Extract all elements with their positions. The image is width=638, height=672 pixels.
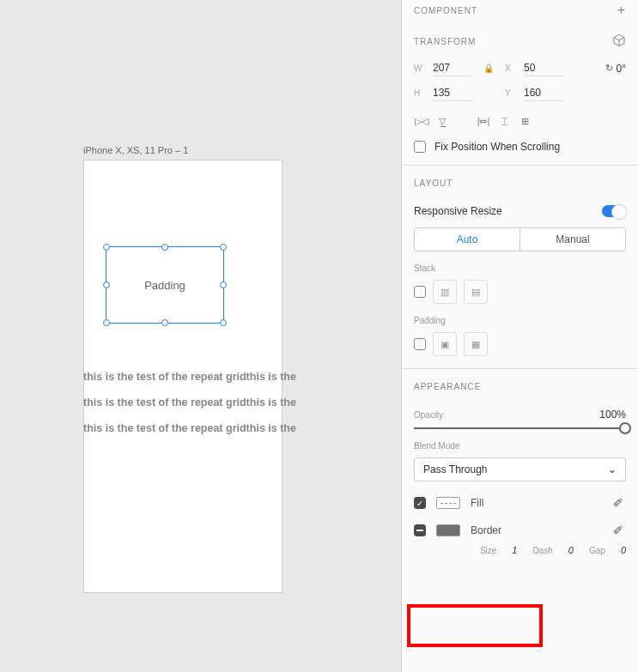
flip-horizontal-icon[interactable]: ▷◁ [414, 113, 429, 129]
canvas[interactable]: iPhone X, XS, 11 Pro – 1 Padding this is… [0, 0, 401, 672]
resize-handle-br[interactable] [220, 319, 227, 326]
fill-label: Fill [471, 497, 483, 509]
border-size-label: Size [480, 546, 496, 555]
flip-vertical-icon[interactable]: ▽̲ [434, 113, 450, 129]
resize-handle-bl[interactable] [103, 319, 110, 326]
border-gap-value[interactable]: 0 [621, 545, 626, 555]
align-icon-3[interactable]: ⊞ [517, 113, 532, 129]
chevron-down-icon: ⌄ [608, 463, 617, 475]
padding-separate-icon[interactable]: ▦ [464, 332, 488, 356]
height-input[interactable] [433, 85, 472, 101]
layout-section-title: LAYOUT [414, 179, 453, 188]
border-gap-label: Gap [589, 546, 605, 555]
add-component-icon[interactable]: + [617, 3, 626, 18]
fill-eyedropper-icon[interactable]: ✐ [613, 496, 623, 510]
border-dash-value[interactable]: 0 [568, 545, 574, 555]
border-checkbox[interactable] [414, 524, 426, 536]
repeat-grid-text: this is the test of the repeat gridthis … [83, 371, 307, 383]
y-label: Y [505, 88, 515, 98]
stack-label: Stack [414, 263, 626, 273]
rotate-icon[interactable]: ↻ [605, 63, 613, 74]
responsive-resize-toggle[interactable] [602, 205, 626, 217]
border-dash-label: Dash [532, 546, 552, 555]
resize-handle-tr[interactable] [220, 244, 227, 251]
component-section-title: COMPONENT [414, 6, 477, 15]
x-input[interactable] [524, 60, 563, 76]
resize-handle-tl[interactable] [103, 244, 110, 251]
align-icon-2[interactable]: ⌶ [496, 113, 512, 129]
fill-swatch[interactable] [436, 497, 460, 509]
resize-handle-bm[interactable] [161, 319, 168, 326]
align-icon-1[interactable]: |⇔| [476, 113, 491, 129]
padding-same-icon[interactable]: ▣ [433, 332, 457, 356]
lock-aspect-icon[interactable]: 🔒 [483, 64, 494, 73]
width-label: W [414, 64, 424, 73]
border-size-value[interactable]: 1 [512, 545, 517, 555]
border-swatch[interactable] [436, 524, 460, 536]
blend-mode-select[interactable]: Pass Through ⌄ [414, 457, 626, 481]
stack-horizontal-icon[interactable]: ▤ [464, 280, 488, 304]
padding-label: Padding [414, 316, 626, 325]
opacity-value[interactable]: 100% [599, 409, 626, 421]
properties-panel: COMPONENT + TRANSFORM W 🔒 X ↻ 0° H 🔒 Y [401, 0, 638, 672]
fix-position-label: Fix Position When Scrolling [434, 141, 560, 153]
stack-checkbox[interactable] [414, 286, 426, 298]
selected-element-label: Padding [144, 279, 185, 292]
padding-checkbox[interactable] [414, 338, 426, 350]
y-input[interactable] [524, 85, 563, 101]
resize-handle-tm[interactable] [161, 244, 168, 251]
appearance-section-title: APPEARANCE [414, 382, 481, 391]
3d-transform-icon[interactable] [612, 33, 626, 49]
resize-auto-button[interactable]: Auto [415, 228, 520, 251]
opacity-slider-thumb[interactable] [619, 422, 631, 434]
resize-manual-button[interactable]: Manual [520, 228, 625, 251]
blend-mode-label: Blend Mode [414, 441, 626, 451]
fill-checkbox[interactable] [414, 497, 426, 509]
repeat-grid-text: this is the test of the repeat gridthis … [83, 422, 307, 434]
border-eyedropper-icon[interactable]: ✐ [613, 524, 623, 537]
blend-mode-value: Pass Through [423, 463, 488, 475]
resize-handle-ml[interactable] [103, 282, 110, 288]
opacity-slider[interactable] [414, 427, 626, 429]
border-label: Border [471, 524, 501, 536]
fix-position-checkbox[interactable] [414, 141, 426, 153]
height-label: H [414, 88, 424, 98]
x-label: X [505, 64, 515, 73]
width-input[interactable] [433, 60, 472, 76]
selected-element[interactable]: Padding [106, 246, 224, 324]
rotation-value[interactable]: 0° [617, 63, 626, 75]
stack-vertical-icon[interactable]: ▥ [433, 280, 457, 304]
resize-handle-mr[interactable] [220, 282, 227, 288]
artboard-label[interactable]: iPhone X, XS, 11 Pro – 1 [83, 145, 188, 155]
transform-section-title: TRANSFORM [414, 37, 476, 46]
repeat-grid-text: this is the test of the repeat gridthis … [83, 397, 307, 409]
responsive-resize-label: Responsive Resize [414, 205, 502, 217]
opacity-label: Opacity [414, 410, 443, 420]
